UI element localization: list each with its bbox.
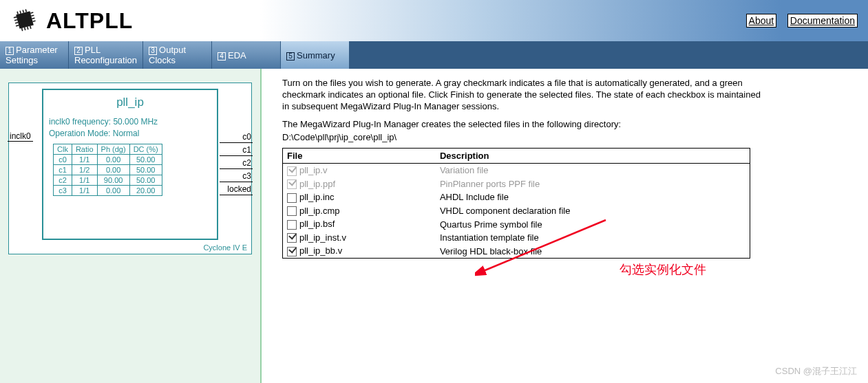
table-row: pll_ip.ppfPinPlanner ports PPF file	[283, 177, 750, 191]
svg-line-15	[28, 26, 28, 29]
clock-table: ClkRatioPh (dg)DC (%) c01/10.0050.00 c11…	[53, 144, 162, 196]
table-row: pll_ip.cmpVHDL component declaration fil…	[283, 204, 750, 218]
svg-line-6	[31, 15, 34, 16]
svg-line-5	[30, 12, 33, 13]
svg-line-2	[14, 19, 17, 20]
summary-panel: Turn on the files you wish to generate. …	[262, 69, 868, 383]
table-row: pll_ip.bsfQuartus Prime symbol file	[283, 217, 750, 231]
operation-mode-text: Operation Mode: Normal	[49, 128, 211, 140]
file-checkbox[interactable]	[287, 193, 297, 203]
tab-eda[interactable]: 4EDA	[212, 41, 281, 69]
file-checkbox[interactable]	[287, 247, 297, 256]
about-link[interactable]: About	[746, 14, 777, 28]
watermark: CSDN @混子王江江	[775, 365, 857, 377]
file-checkbox	[287, 166, 297, 176]
table-row: pll_ip.vVariation file	[283, 164, 750, 177]
tab-pll-reconfiguration[interactable]: 2PLLReconfiguration	[69, 41, 143, 69]
table-row: pll_ip_inst.vInstantiation template file	[283, 231, 750, 245]
file-generation-table: FileDescription pll_ip.vVariation file p…	[282, 148, 750, 259]
svg-line-13	[22, 28, 23, 31]
module-preview: inclk0 c0 c1 c2 c3 locked pll_ip inclk0 …	[0, 69, 262, 383]
table-row: pll_ip_bb.vVerilog HDL black-box file	[283, 244, 750, 258]
svg-line-8	[33, 21, 36, 21]
svg-line-3	[15, 22, 18, 23]
wizard-tabs: 1ParameterSettings 2PLLReconfiguration 3…	[0, 41, 868, 69]
svg-line-14	[25, 27, 25, 30]
svg-line-12	[25, 9, 26, 12]
wizard-header: ALTPLL About Documentation	[0, 0, 868, 41]
directory-label: The MegaWizard Plug-In Manager creates t…	[282, 119, 854, 129]
table-row: pll_ip.incAHDL Include file	[283, 190, 750, 204]
svg-line-11	[23, 10, 23, 12]
instruction-text: Turn on the files you wish to generate. …	[282, 77, 764, 112]
device-family-label: Cyclone IV E	[203, 243, 247, 252]
svg-rect-0	[16, 11, 34, 29]
svg-line-9	[17, 11, 18, 14]
documentation-link[interactable]: Documentation	[787, 14, 858, 28]
inclk-freq-text: inclk0 frequency: 50.000 MHz	[49, 116, 211, 128]
svg-line-10	[20, 10, 21, 13]
file-checkbox[interactable]	[287, 206, 297, 216]
file-checkbox	[287, 179, 297, 189]
description-column-header: Description	[436, 149, 750, 164]
module-name: pll_ip	[49, 94, 211, 116]
chip-icon	[10, 6, 39, 36]
file-checkbox[interactable]	[287, 233, 297, 243]
input-port-label: inclk0	[8, 131, 33, 142]
svg-line-4	[16, 25, 19, 25]
svg-line-7	[32, 18, 34, 19]
tab-output-clocks[interactable]: 3OutputClocks	[143, 41, 212, 69]
page-title: ALTPLL	[46, 8, 133, 34]
tab-summary[interactable]: 5Summary	[281, 41, 350, 69]
tab-parameter-settings[interactable]: 1ParameterSettings	[0, 41, 69, 69]
directory-path: D:\Code\pll\prj\ip_core\pll_ip\	[282, 132, 854, 142]
svg-line-1	[14, 17, 17, 17]
output-port-labels: c0 c1 c2 c3 locked	[220, 131, 253, 197]
file-checkbox[interactable]	[287, 220, 297, 230]
header-links: About Documentation	[738, 15, 858, 26]
annotation-text: 勾选实例化文件	[620, 261, 706, 278]
file-column-header: File	[283, 149, 436, 164]
svg-line-16	[30, 25, 31, 28]
